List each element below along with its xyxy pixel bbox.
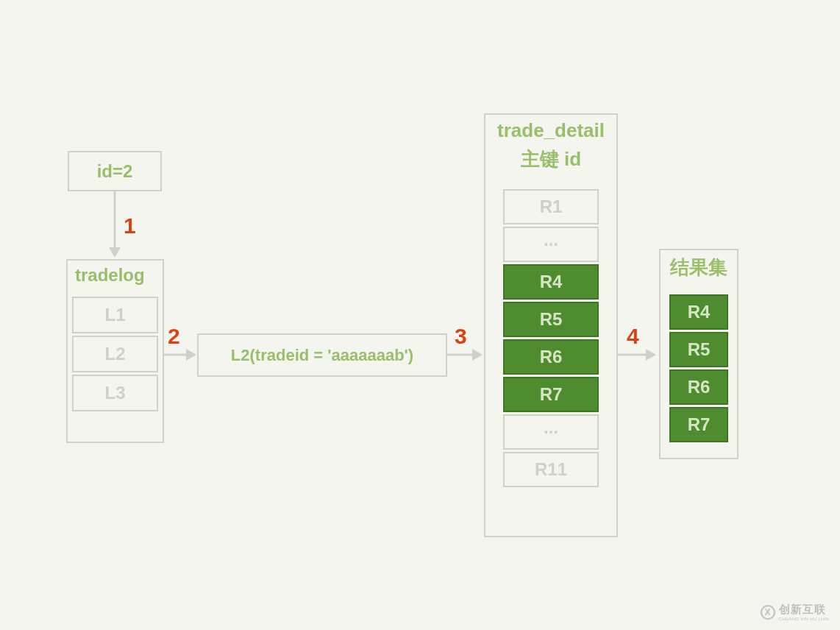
table-row: R4 [503,264,599,300]
arrow-1-head [109,247,121,258]
table-row: R1 [503,189,599,224]
result-row: R5 [669,332,728,367]
watermark: X 创新互联 CHUANG XIN HU LIAN [761,603,829,621]
watermark-text: 创新互联 [779,603,826,615]
table-row: R7 [503,377,599,412]
step-4: 4 [627,324,639,349]
trade-detail-title2: 主键 id [497,146,605,172]
step-3: 3 [455,324,467,349]
watermark-icon: X [761,605,775,620]
tradelog-row: L2 [72,336,158,372]
result-row: R4 [669,294,728,330]
tradelog-row: L3 [72,375,158,411]
table-row: R5 [503,302,599,337]
tradelog-title: tradelog [75,265,145,285]
watermark-sub: CHUANG XIN HU LIAN [779,617,829,621]
step-1: 1 [124,213,136,238]
result-row: R6 [669,369,728,405]
trade-detail-title1: trade_detail [497,119,605,142]
trade-detail-box: trade_detail 主键 id R1 ··· R4 R5 R6 R7 ··… [484,113,618,537]
condition-box: L2(tradeid = 'aaaaaaab') [197,333,447,377]
step-2: 2 [168,324,180,349]
tradelog-box: tradelog L1 L2 L3 [66,259,164,443]
table-row: ··· [503,414,599,450]
table-row: R11 [503,452,599,487]
result-title: 结果集 [670,256,727,278]
arrow-3-head [472,349,483,361]
id-box: id=2 [68,151,162,191]
condition-label: L2(tradeid = 'aaaaaaab') [231,346,413,365]
result-box: 结果集 R4 R5 R6 R7 [659,249,738,459]
table-row: ··· [503,227,599,262]
result-row: R7 [669,407,728,442]
arrow-2-head [186,349,196,361]
table-row: R6 [503,339,599,375]
id-box-label: id=2 [97,161,133,182]
tradelog-row: L1 [72,297,158,333]
arrow-4-head [646,349,656,361]
